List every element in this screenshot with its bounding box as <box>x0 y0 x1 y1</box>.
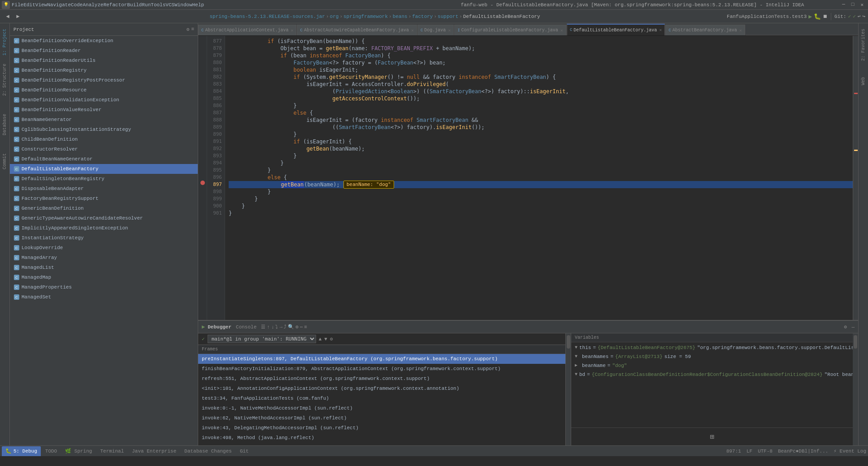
breadcrumb-jar[interactable]: spring-beans-5.2.13.RELEASE-sources.jar <box>210 14 325 19</box>
menu-item-run[interactable]: Run <box>142 2 151 8</box>
debug-panel-minimize[interactable]: — <box>851 324 855 330</box>
menu-item-navigate[interactable]: Navigate <box>47 2 71 8</box>
frame-item-9[interactable]: runReflectiveCall:59, FrameworkMethod$1 … <box>198 443 565 445</box>
forward-btn[interactable]: ▶ <box>13 12 23 21</box>
tree-item-beandefinitionvalueresolver[interactable]: CBeanDefinitionValueResolver <box>10 105 198 115</box>
project-expand-icon[interactable]: ≡ <box>191 26 194 32</box>
gutter-897-bp[interactable] <box>198 179 207 186</box>
menu-item-refactor[interactable]: Refactor <box>104 2 127 8</box>
frame-item-6[interactable]: invoke:62, NativeMethodAccessorImpl (sun… <box>198 413 565 423</box>
spring-tab[interactable]: 🌿 Spring <box>61 446 95 456</box>
tree-item-managedset[interactable]: CManagedSet <box>10 292 198 302</box>
expand-icon-2[interactable]: ▶ <box>575 362 580 370</box>
todo-tab[interactable]: TODO <box>42 446 61 456</box>
stop-btn[interactable]: ⏹ <box>823 13 828 19</box>
thread-up-btn[interactable]: ▲ <box>319 337 322 342</box>
frame-item-7[interactable]: invoke:43, DelegatingMethodAccessorImpl … <box>198 423 565 433</box>
thread-dropdown[interactable]: main*@1 in group 'main': RUNNING <box>208 335 316 343</box>
maximize-btn[interactable]: □ <box>849 2 857 8</box>
frame-item-4[interactable]: test3:34, FanfuApplicationTests (com.fan… <box>198 393 565 403</box>
expand-collapse-icon[interactable]: ⊞ <box>710 432 714 441</box>
variables-scrollbar[interactable] <box>853 333 858 445</box>
debug-tab-debugger[interactable]: Debugger <box>208 324 231 330</box>
project-gear-icon[interactable]: ⚙ <box>187 26 190 32</box>
scrollbar-thumb[interactable] <box>567 335 570 349</box>
tree-item-generictypeawareautowirecandidateresolver[interactable]: CGenericTypeAwareAutowireCandidateResolv… <box>10 213 198 223</box>
debug-icon-more[interactable]: ⋯ <box>300 324 303 330</box>
debug-icon-eval[interactable]: 🔍 <box>288 324 294 330</box>
tree-item-implicitlyappearedsingletonexception[interactable]: CImplicitlyAppearedSingletonException <box>10 223 198 233</box>
database-tab[interactable]: Database <box>1 110 9 139</box>
variables-list[interactable]: ▼this = {DefaultListableBeanFactory@2675… <box>571 342 853 427</box>
tree-item-managedlist[interactable]: CManagedList <box>10 263 198 272</box>
undo-btn[interactable]: ↩ <box>858 13 861 19</box>
project-tab[interactable]: 1: Project <box>1 25 9 59</box>
debug-bottom-tab[interactable]: 🐛 5: Debug <box>2 446 41 456</box>
menu-item-vcs[interactable]: VCS <box>165 2 174 8</box>
menu-item-code[interactable]: Code <box>71 2 82 8</box>
var-scrollbar-thumb[interactable] <box>854 335 857 349</box>
git-bottom-tab[interactable]: Git <box>236 446 252 456</box>
tree-item-beandefinitionoverrideexception[interactable]: CBeanDefinitionOverrideException <box>10 36 198 46</box>
close-btn[interactable]: ✕ <box>858 2 866 8</box>
menu-item-file[interactable]: File <box>12 2 23 8</box>
structure-tab[interactable]: 2: Structure <box>1 60 9 99</box>
debug-icon-settings[interactable]: ≡ <box>304 324 307 330</box>
web-tab[interactable]: Web <box>859 73 867 89</box>
frame-item-8[interactable]: invoke:498, Method (java.lang.reflect) <box>198 433 565 443</box>
tree-item-beandefinitionresource[interactable]: CBeanDefinitionResource <box>10 85 198 95</box>
expand-icon-3[interactable]: ▼ <box>575 371 577 379</box>
menu-item-help[interactable]: Help <box>192 2 204 8</box>
expand-icon-1[interactable]: ▼ <box>575 353 580 361</box>
menu-item-build[interactable]: Build <box>127 2 142 8</box>
breadcrumb-factory[interactable]: factory <box>412 14 433 19</box>
commit-tab[interactable]: Commit <box>1 150 9 173</box>
tab-abstract-app-context[interactable]: C AbstractApplicationContext.java ✕ <box>198 25 296 35</box>
tree-item-genericbeandefinition[interactable]: CGenericBeanDefinition <box>10 203 198 213</box>
event-log-tab[interactable]: ⚡ Event Log <box>833 448 866 454</box>
menu-item-view[interactable]: View <box>35 2 47 8</box>
tree-item-defaultlistablebeanfactory[interactable]: CDefaultListableBeanFactory <box>10 164 198 174</box>
menu-item-analyze[interactable]: Analyze <box>82 2 103 8</box>
tree-item-constructorresolver[interactable]: CConstructorResolver <box>10 144 198 154</box>
frames-scrollbar[interactable] <box>566 333 571 445</box>
debug-icon-filter[interactable]: ⚙ <box>295 324 299 330</box>
expand-icon-0[interactable]: ▼ <box>575 344 577 352</box>
menu-item-tools[interactable]: Tools <box>151 2 165 8</box>
menu-item-window[interactable]: Window <box>174 2 192 8</box>
tab-dog[interactable]: C Dog.java ✕ <box>417 25 454 35</box>
frame-item-5[interactable]: invoke:0:-1, NativeMethodAccessorImpl (s… <box>198 403 565 413</box>
debug-icon-list[interactable]: ☰ <box>261 324 265 330</box>
debug-icon-step-out[interactable]: ⤴ <box>284 324 286 330</box>
tree-item-cglibsubclassinginstantiationstrategy[interactable]: CCglibSubclassingInstantiationStrategy <box>10 125 198 134</box>
git-check-btn[interactable]: ✓ <box>848 13 851 19</box>
debug-tab-console[interactable]: Console <box>236 324 256 330</box>
tree-item-disposablebeanadapter[interactable]: CDisposableBeanAdapter <box>10 184 198 194</box>
tree-item-beandefinitionvalidationexception[interactable]: CBeanDefinitionValidationException <box>10 95 198 105</box>
tab-abstract-bean[interactable]: C AbstractBeanFactory.java ✕ <box>665 25 745 35</box>
tab-default-listable[interactable]: C DefaultListableBeanFactory.java ✕ <box>567 24 665 35</box>
java-enterprise-tab[interactable]: Java Enterprise <box>128 446 180 456</box>
redo-btn[interactable]: ↪ <box>862 13 865 19</box>
menu-item-edit[interactable]: Edit <box>23 2 35 8</box>
tree-item-beandefinitionregistry[interactable]: CBeanDefinitionRegistry <box>10 65 198 75</box>
frame-item-3[interactable]: <init>:101, AnnotationConfigApplicationC… <box>198 384 565 393</box>
debug-icon-down[interactable]: ↓ <box>271 324 274 330</box>
debug-panel-settings[interactable]: ⚙ <box>844 324 847 330</box>
tree-item-managedarray[interactable]: CManagedArray <box>10 253 198 263</box>
tree-item-instantiationstrategy[interactable]: CInstantiationStrategy <box>10 233 198 243</box>
favorites-tab[interactable]: 2: Favorites <box>859 25 867 65</box>
frame-item-2[interactable]: refresh:551, AbstractApplicationContext … <box>198 374 565 384</box>
database-changes-tab[interactable]: Database Changes <box>181 446 235 456</box>
frames-list[interactable]: preInstantiateSingletons:897, DefaultLis… <box>198 354 565 445</box>
tree-item-factorybeanregistrysupport[interactable]: CFactoryBeanRegistrySupport <box>10 194 198 203</box>
debug-icon-step-into[interactable]: ⤵ <box>275 324 278 330</box>
thread-down-btn[interactable]: ▼ <box>324 337 327 342</box>
terminal-tab[interactable]: Terminal <box>96 446 127 456</box>
back-btn[interactable]: ◀ <box>3 12 13 21</box>
debug-icon-step-over[interactable]: → <box>279 324 282 330</box>
code-content[interactable]: if (isFactoryBean(beanName)) { Object be… <box>225 36 853 320</box>
tree-item-beandefinitionreaderutils[interactable]: CBeanDefinitionReaderUtils <box>10 56 198 65</box>
frame-item-1[interactable]: finishBeanFactoryInitialization:879, Abs… <box>198 364 565 374</box>
tree-item-defaultbeannamegenerator[interactable]: CDefaultBeanNameGenerator <box>10 154 198 164</box>
